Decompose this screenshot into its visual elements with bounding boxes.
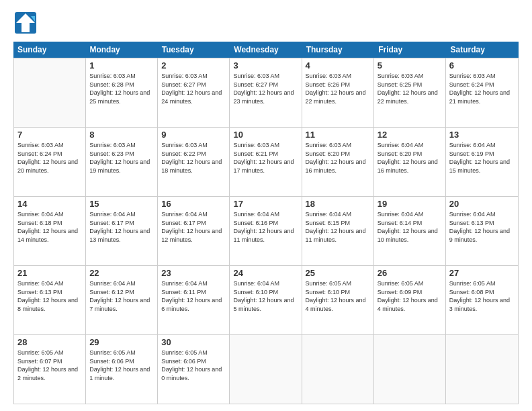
cell-day-number: 7 (17, 130, 82, 140)
calendar-cell (230, 335, 302, 404)
logo-icon (13, 11, 38, 35)
cell-sun-info: Sunrise: 6:04 AMSunset: 6:17 PMDaylight:… (161, 210, 226, 244)
calendar-cell: 1Sunrise: 6:03 AMSunset: 6:28 PMDaylight… (86, 58, 158, 127)
cell-day-number: 28 (17, 337, 82, 347)
calendar-cell: 26Sunrise: 6:05 AMSunset: 6:09 PMDayligh… (374, 266, 446, 334)
cell-sun-info: Sunrise: 6:04 AMSunset: 6:15 PMDaylight:… (306, 210, 370, 244)
header-day-thursday: Thursday (302, 42, 374, 58)
cell-day-number: 21 (17, 268, 82, 278)
cell-sun-info: Sunrise: 6:04 AMSunset: 6:10 PMDaylight:… (233, 279, 298, 313)
cell-day-number: 11 (306, 130, 370, 140)
cell-day-number: 5 (378, 60, 442, 71)
cell-sun-info: Sunrise: 6:03 AMSunset: 6:23 PMDaylight:… (89, 141, 154, 175)
cell-day-number: 29 (89, 337, 154, 347)
calendar-cell: 9Sunrise: 6:03 AMSunset: 6:22 PMDaylight… (158, 128, 230, 196)
calendar-cell: 30Sunrise: 6:05 AMSunset: 6:06 PMDayligh… (158, 335, 230, 404)
cell-day-number: 25 (306, 268, 370, 278)
cell-sun-info: Sunrise: 6:04 AMSunset: 6:12 PMDaylight:… (89, 279, 154, 313)
cell-day-number: 10 (233, 130, 298, 140)
cell-sun-info: Sunrise: 6:04 AMSunset: 6:11 PMDaylight:… (161, 279, 226, 313)
calendar-cell: 17Sunrise: 6:04 AMSunset: 6:16 PMDayligh… (230, 197, 302, 265)
calendar-cell: 27Sunrise: 6:05 AMSunset: 6:08 PMDayligh… (446, 266, 518, 334)
cell-sun-info: Sunrise: 6:05 AMSunset: 6:09 PMDaylight:… (378, 279, 442, 313)
calendar-cell: 3Sunrise: 6:03 AMSunset: 6:27 PMDaylight… (230, 58, 302, 127)
cell-day-number: 22 (89, 268, 154, 278)
calendar-cell: 6Sunrise: 6:03 AMSunset: 6:24 PMDaylight… (446, 58, 518, 127)
cell-sun-info: Sunrise: 6:03 AMSunset: 6:26 PMDaylight:… (306, 72, 370, 105)
header-day-friday: Friday (374, 42, 446, 58)
cell-sun-info: Sunrise: 6:04 AMSunset: 6:17 PMDaylight:… (89, 210, 154, 244)
calendar-row-1: 7Sunrise: 6:03 AMSunset: 6:24 PMDaylight… (14, 127, 518, 196)
calendar-cell: 25Sunrise: 6:05 AMSunset: 6:10 PMDayligh… (302, 266, 374, 334)
calendar-cell: 4Sunrise: 6:03 AMSunset: 6:26 PMDaylight… (302, 58, 374, 127)
page: SundayMondayTuesdayWednesdayThursdayFrid… (0, 0, 532, 411)
cell-sun-info: Sunrise: 6:03 AMSunset: 6:25 PMDaylight:… (378, 72, 442, 105)
cell-sun-info: Sunrise: 6:03 AMSunset: 6:24 PMDaylight:… (449, 72, 515, 105)
cell-day-number: 3 (233, 60, 298, 71)
cell-day-number: 15 (89, 199, 154, 209)
cell-day-number: 13 (449, 130, 515, 140)
cell-sun-info: Sunrise: 6:03 AMSunset: 6:21 PMDaylight:… (233, 141, 298, 175)
calendar-row-2: 14Sunrise: 6:04 AMSunset: 6:18 PMDayligh… (14, 196, 518, 265)
calendar-cell: 14Sunrise: 6:04 AMSunset: 6:18 PMDayligh… (14, 197, 86, 265)
cell-sun-info: Sunrise: 6:03 AMSunset: 6:22 PMDaylight:… (161, 141, 226, 175)
calendar-header: SundayMondayTuesdayWednesdayThursdayFrid… (13, 42, 519, 58)
cell-day-number: 2 (161, 60, 226, 71)
cell-sun-info: Sunrise: 6:03 AMSunset: 6:27 PMDaylight:… (161, 72, 226, 105)
cell-sun-info: Sunrise: 6:04 AMSunset: 6:13 PMDaylight:… (449, 210, 515, 244)
cell-sun-info: Sunrise: 6:04 AMSunset: 6:13 PMDaylight:… (17, 279, 82, 313)
header-day-sunday: Sunday (13, 42, 85, 58)
cell-sun-info: Sunrise: 6:03 AMSunset: 6:27 PMDaylight:… (233, 72, 298, 105)
calendar-cell (14, 58, 86, 127)
calendar-cell: 24Sunrise: 6:04 AMSunset: 6:10 PMDayligh… (230, 266, 302, 334)
calendar-cell: 21Sunrise: 6:04 AMSunset: 6:13 PMDayligh… (14, 266, 86, 334)
calendar-cell: 12Sunrise: 6:04 AMSunset: 6:20 PMDayligh… (374, 128, 446, 196)
calendar-cell: 13Sunrise: 6:04 AMSunset: 6:19 PMDayligh… (446, 128, 518, 196)
calendar-row-3: 21Sunrise: 6:04 AMSunset: 6:13 PMDayligh… (14, 265, 518, 334)
calendar-cell: 11Sunrise: 6:03 AMSunset: 6:20 PMDayligh… (302, 128, 374, 196)
cell-day-number: 26 (378, 268, 442, 278)
cell-sun-info: Sunrise: 6:05 AMSunset: 6:07 PMDaylight:… (17, 349, 82, 382)
header-day-saturday: Saturday (447, 42, 519, 58)
cell-sun-info: Sunrise: 6:04 AMSunset: 6:20 PMDaylight:… (378, 141, 442, 175)
header-day-tuesday: Tuesday (158, 42, 230, 58)
calendar-cell: 2Sunrise: 6:03 AMSunset: 6:27 PMDaylight… (158, 58, 230, 127)
cell-sun-info: Sunrise: 6:03 AMSunset: 6:20 PMDaylight:… (306, 141, 370, 175)
cell-sun-info: Sunrise: 6:04 AMSunset: 6:19 PMDaylight:… (449, 141, 515, 175)
cell-sun-info: Sunrise: 6:05 AMSunset: 6:10 PMDaylight:… (306, 279, 370, 313)
cell-day-number: 18 (306, 199, 370, 209)
cell-day-number: 1 (89, 60, 154, 71)
header-day-wednesday: Wednesday (230, 42, 302, 58)
calendar-cell: 29Sunrise: 6:05 AMSunset: 6:06 PMDayligh… (86, 335, 158, 404)
calendar-row-0: 1Sunrise: 6:03 AMSunset: 6:28 PMDaylight… (14, 58, 518, 127)
calendar-cell: 18Sunrise: 6:04 AMSunset: 6:15 PMDayligh… (302, 197, 374, 265)
calendar-cell: 22Sunrise: 6:04 AMSunset: 6:12 PMDayligh… (86, 266, 158, 334)
cell-day-number: 24 (233, 268, 298, 278)
calendar-cell (374, 335, 446, 404)
calendar-cell: 5Sunrise: 6:03 AMSunset: 6:25 PMDaylight… (374, 58, 446, 127)
cell-day-number: 9 (161, 130, 226, 140)
cell-day-number: 8 (89, 130, 154, 140)
cell-sun-info: Sunrise: 6:05 AMSunset: 6:06 PMDaylight:… (89, 349, 154, 382)
cell-day-number: 20 (449, 199, 515, 209)
calendar: SundayMondayTuesdayWednesdayThursdayFrid… (13, 42, 519, 404)
calendar-cell: 15Sunrise: 6:04 AMSunset: 6:17 PMDayligh… (86, 197, 158, 265)
cell-day-number: 19 (378, 199, 442, 209)
calendar-body: 1Sunrise: 6:03 AMSunset: 6:28 PMDaylight… (13, 58, 519, 404)
cell-sun-info: Sunrise: 6:03 AMSunset: 6:28 PMDaylight:… (89, 72, 154, 105)
cell-sun-info: Sunrise: 6:03 AMSunset: 6:24 PMDaylight:… (17, 141, 82, 175)
cell-day-number: 16 (161, 199, 226, 209)
cell-day-number: 4 (306, 60, 370, 71)
cell-sun-info: Sunrise: 6:04 AMSunset: 6:14 PMDaylight:… (378, 210, 442, 244)
cell-sun-info: Sunrise: 6:04 AMSunset: 6:16 PMDaylight:… (233, 210, 298, 244)
cell-day-number: 17 (233, 199, 298, 209)
calendar-cell: 8Sunrise: 6:03 AMSunset: 6:23 PMDaylight… (86, 128, 158, 196)
calendar-cell: 28Sunrise: 6:05 AMSunset: 6:07 PMDayligh… (14, 335, 86, 404)
cell-day-number: 12 (378, 130, 442, 140)
cell-day-number: 14 (17, 199, 82, 209)
calendar-cell (302, 335, 374, 404)
cell-day-number: 30 (161, 337, 226, 347)
cell-day-number: 23 (161, 268, 226, 278)
header (13, 11, 519, 35)
calendar-cell: 16Sunrise: 6:04 AMSunset: 6:17 PMDayligh… (158, 197, 230, 265)
